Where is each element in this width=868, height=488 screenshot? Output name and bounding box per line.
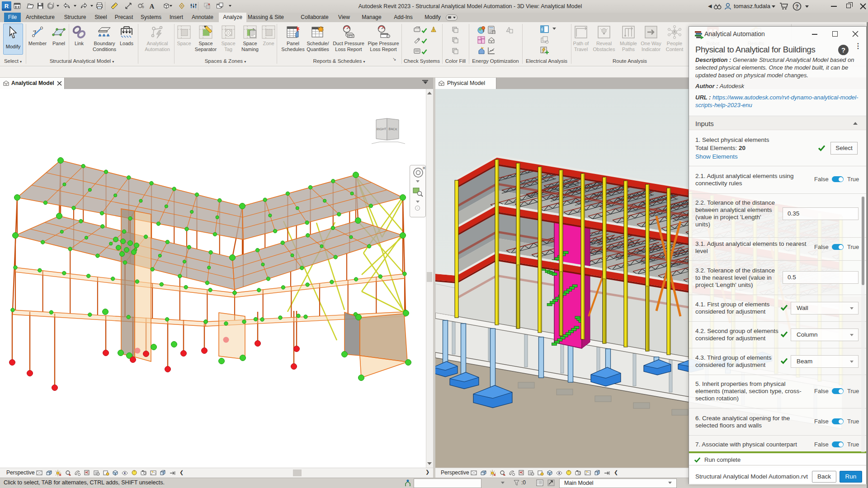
svg-text:?: ? [795, 4, 798, 10]
svg-text:0: 0 [142, 5, 144, 9]
svg-text:R: R [5, 3, 9, 9]
svg-text:BACK: BACK [388, 127, 397, 131]
svg-text:!: ! [433, 28, 434, 32]
svg-text:RIGHT: RIGHT [377, 127, 387, 131]
svg-text:A: A [150, 3, 155, 10]
